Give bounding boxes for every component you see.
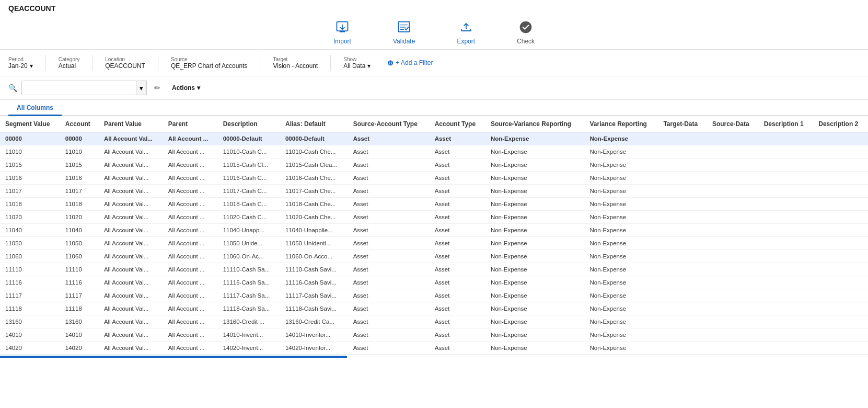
toolbar-export-button[interactable]: Export <box>457 19 475 45</box>
col-account[interactable]: Account <box>60 116 99 132</box>
cell-r9-c2: All Account Val... <box>99 250 163 263</box>
cell-r3-c3: All Account ... <box>163 172 218 185</box>
toolbar-validate-button[interactable]: Validate <box>393 19 415 45</box>
cell-r12-c1: 11117 <box>60 289 99 302</box>
table-row[interactable]: 1111011110All Account Val...All Account … <box>0 263 868 276</box>
col-parent[interactable]: Parent <box>163 116 218 132</box>
col-source-variance-reporting[interactable]: Source-Variance Reporting <box>485 116 585 132</box>
cell-r9-c3: All Account ... <box>163 250 218 263</box>
cell-r1-c9: Non-Expense <box>584 145 658 158</box>
cell-r6-c13 <box>813 211 868 224</box>
col-account-type[interactable]: Account Type <box>430 116 485 132</box>
cell-r8-c12 <box>759 237 814 250</box>
cell-r10-c11 <box>707 263 759 276</box>
toolbar-check-button[interactable]: Check <box>517 19 535 45</box>
table-row[interactable]: 1111611116All Account Val...All Account … <box>0 276 868 289</box>
data-table-wrap[interactable]: Segment Value Account Parent Value Paren… <box>0 116 868 359</box>
col-description-2[interactable]: Description 2 <box>813 116 868 132</box>
show-filter[interactable]: Show All Data ▾ <box>343 56 371 70</box>
table-row[interactable]: 1105011050All Account Val...All Account … <box>0 237 868 250</box>
table-row[interactable]: 1104011040All Account Val...All Account … <box>0 224 868 237</box>
cell-r13-c11 <box>707 302 759 315</box>
table-row[interactable]: 1101711017All Account Val...All Account … <box>0 185 868 198</box>
cell-r16-c7: Asset <box>430 342 485 355</box>
cell-r12-c13 <box>813 289 868 302</box>
col-alias-default[interactable]: Alias: Default <box>280 116 348 132</box>
col-source-account-type[interactable]: Source-Account Type <box>348 116 430 132</box>
cell-r5-c3: All Account ... <box>163 198 218 211</box>
cell-r14-c8: Non-Expense <box>485 315 585 328</box>
filters-bar: Period Jan-20 ▾ Category Actual Location… <box>0 50 868 76</box>
horizontal-scrollbar[interactable] <box>0 356 347 358</box>
cell-r3-c6: Asset <box>348 172 430 185</box>
filter-divider-1 <box>45 55 46 71</box>
cell-r9-c1: 11060 <box>60 250 99 263</box>
table-row[interactable]: 0000000000All Account Val...All Account … <box>0 132 868 145</box>
cell-r11-c5: 11116-Cash Savi... <box>280 276 348 289</box>
col-variance-reporting[interactable]: Variance Reporting <box>584 116 658 132</box>
search-input-wrap: ▾ <box>21 81 147 95</box>
cell-r3-c2: All Account Val... <box>99 172 163 185</box>
edit-button[interactable]: ✏ <box>151 83 164 93</box>
col-description[interactable]: Description <box>218 116 280 132</box>
table-row[interactable]: 1101611016All Account Val...All Account … <box>0 172 868 185</box>
cell-r1-c0: 11010 <box>0 145 60 158</box>
table-row[interactable]: 1402014020All Account Val...All Account … <box>0 342 868 355</box>
cell-r2-c4: 11015-Cash Cl... <box>218 158 280 172</box>
table-row[interactable]: 1101811018All Account Val...All Account … <box>0 198 868 211</box>
category-label: Category <box>59 56 80 62</box>
col-description-1[interactable]: Description 1 <box>759 116 814 132</box>
toolbar-import-button[interactable]: Import <box>333 19 351 45</box>
category-filter: Category Actual <box>59 56 80 70</box>
cell-r16-c13 <box>813 342 868 355</box>
cell-r11-c8: Non-Expense <box>485 276 585 289</box>
tab-all-columns[interactable]: All Columns <box>8 100 62 116</box>
period-filter[interactable]: Period Jan-20 ▾ <box>8 56 33 70</box>
table-row[interactable]: 1101011010All Account Val...All Account … <box>0 145 868 158</box>
source-value: QE_ERP Chart of Accounts <box>171 62 248 70</box>
cell-r3-c9: Non-Expense <box>584 172 658 185</box>
table-row[interactable]: 1111711117All Account Val...All Account … <box>0 289 868 302</box>
cell-r0-c7: Asset <box>430 132 485 145</box>
table-row[interactable]: 1106011060All Account Val...All Account … <box>0 250 868 263</box>
cell-r6-c6: Asset <box>348 211 430 224</box>
cell-r10-c13 <box>813 263 868 276</box>
table-row[interactable]: 1102011020All Account Val...All Account … <box>0 211 868 224</box>
col-parent-value[interactable]: Parent Value <box>99 116 163 132</box>
cell-r3-c1: 11016 <box>60 172 99 185</box>
cell-r12-c4: 11117-Cash Sa... <box>218 289 280 302</box>
table-row[interactable]: 1401014010All Account Val...All Account … <box>0 328 868 342</box>
cell-r2-c13 <box>813 158 868 172</box>
col-segment-value[interactable]: Segment Value <box>0 116 60 132</box>
cell-r7-c0: 11040 <box>0 224 60 237</box>
cell-r9-c5: 11060-On-Acco... <box>280 250 348 263</box>
cell-r10-c0: 11110 <box>0 263 60 276</box>
col-source-data[interactable]: Source-Data <box>707 116 759 132</box>
cell-r13-c2: All Account Val... <box>99 302 163 315</box>
cell-r7-c10 <box>658 224 707 237</box>
cell-r11-c1: 11116 <box>60 276 99 289</box>
cell-r14-c10 <box>658 315 707 328</box>
show-value: All Data <box>343 62 365 70</box>
cell-r15-c0: 14010 <box>0 328 60 342</box>
table-row[interactable]: 1316013160All Account Val...All Account … <box>0 315 868 328</box>
add-filter-button[interactable]: ⊕ + Add a Filter <box>383 56 437 69</box>
table-row[interactable]: 1111811118All Account Val...All Account … <box>0 302 868 315</box>
col-target-data[interactable]: Target-Data <box>658 116 707 132</box>
search-input[interactable] <box>21 81 136 95</box>
search-dropdown-button[interactable]: ▾ <box>136 81 147 95</box>
cell-r3-c0: 11016 <box>0 172 60 185</box>
cell-r9-c13 <box>813 250 868 263</box>
table-row[interactable]: 1101511015All Account Val...All Account … <box>0 158 868 172</box>
period-value: Jan-20 <box>8 62 28 70</box>
cell-r5-c0: 11018 <box>0 198 60 211</box>
cell-r14-c13 <box>813 315 868 328</box>
cell-r4-c3: All Account ... <box>163 185 218 198</box>
cell-r0-c0: 00000 <box>0 132 60 145</box>
actions-button[interactable]: Actions ▾ <box>168 82 204 94</box>
cell-r4-c7: Asset <box>430 185 485 198</box>
cell-r4-c9: Non-Expense <box>584 185 658 198</box>
target-filter: Target Vision - Account <box>273 56 318 70</box>
cell-r16-c2: All Account Val... <box>99 342 163 355</box>
cell-r15-c5: 14010-Inventor... <box>280 328 348 342</box>
